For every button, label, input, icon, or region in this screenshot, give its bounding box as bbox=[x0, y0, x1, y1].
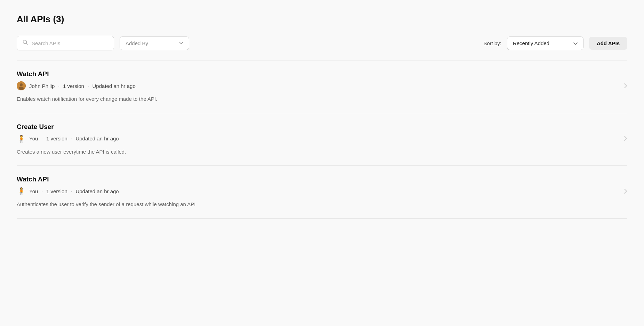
api-meta-1: John Philip · 1 version · Updated an hr … bbox=[17, 81, 617, 90]
api-item-3[interactable]: Watch API 🧍 You · 1 version · Updated an… bbox=[17, 166, 627, 219]
api-description-1: Enables watch notification for every cha… bbox=[17, 95, 617, 103]
search-input[interactable] bbox=[32, 40, 108, 46]
api-name-1: Watch API bbox=[17, 70, 617, 78]
svg-point-3 bbox=[20, 83, 23, 86]
sort-by-label: Sort by: bbox=[483, 40, 501, 46]
search-container bbox=[17, 36, 114, 50]
dot-3b: · bbox=[71, 189, 72, 194]
api-list: Watch API John Philip · 1 version · Upda… bbox=[17, 60, 627, 219]
chevron-down-icon bbox=[179, 41, 183, 46]
api-version-2: 1 version bbox=[46, 136, 67, 141]
api-updated-2: Updated an hr ago bbox=[75, 136, 119, 141]
api-author-2: You bbox=[29, 136, 38, 141]
dot-2a: · bbox=[41, 136, 43, 141]
added-by-label: Added By bbox=[126, 40, 148, 46]
person-icon-2: 🧍 bbox=[17, 135, 26, 143]
search-icon bbox=[23, 40, 28, 47]
person-icon-3: 🧍 bbox=[17, 187, 26, 195]
api-version-1: 1 version bbox=[63, 83, 84, 89]
add-apis-button[interactable]: Add APIs bbox=[589, 37, 627, 50]
dot-3a: · bbox=[41, 189, 43, 194]
api-chevron-right-2 bbox=[617, 136, 627, 143]
api-name-3: Watch API bbox=[17, 176, 617, 183]
api-updated-3: Updated an hr ago bbox=[75, 188, 119, 194]
page-title: All APIs (3) bbox=[17, 14, 627, 25]
api-author-1: John Philip bbox=[29, 83, 55, 89]
sort-chevron-down-icon bbox=[573, 40, 578, 46]
api-meta-3: 🧍 You · 1 version · Updated an hr ago bbox=[17, 187, 617, 196]
toolbar: Added By Sort by: Recently Added Add API… bbox=[17, 36, 627, 50]
api-item-2[interactable]: Create User 🧍 You · 1 version · Updated … bbox=[17, 113, 627, 166]
avatar-2: 🧍 bbox=[17, 134, 26, 143]
dot-1a: · bbox=[58, 83, 59, 89]
api-meta-2: 🧍 You · 1 version · Updated an hr ago bbox=[17, 134, 617, 143]
sort-value: Recently Added bbox=[513, 40, 569, 46]
dot-2b: · bbox=[71, 136, 72, 141]
avatar-1 bbox=[17, 81, 26, 90]
api-chevron-right-3 bbox=[617, 188, 627, 196]
api-description-3: Authenticates the user to verify the sen… bbox=[17, 201, 617, 209]
api-name-2: Create User bbox=[17, 123, 617, 131]
api-author-3: You bbox=[29, 188, 38, 194]
avatar-3: 🧍 bbox=[17, 187, 26, 196]
api-description-2: Creates a new user everytime the API is … bbox=[17, 148, 617, 156]
svg-point-4 bbox=[19, 87, 24, 90]
api-chevron-right-1 bbox=[617, 83, 627, 90]
svg-line-1 bbox=[26, 43, 28, 45]
api-updated-1: Updated an hr ago bbox=[92, 83, 136, 89]
sort-by-dropdown[interactable]: Recently Added bbox=[507, 36, 583, 50]
api-item-1[interactable]: Watch API John Philip · 1 version · Upda… bbox=[17, 60, 627, 113]
dot-1b: · bbox=[88, 83, 89, 89]
added-by-filter[interactable]: Added By bbox=[120, 36, 189, 50]
api-version-3: 1 version bbox=[46, 188, 67, 194]
